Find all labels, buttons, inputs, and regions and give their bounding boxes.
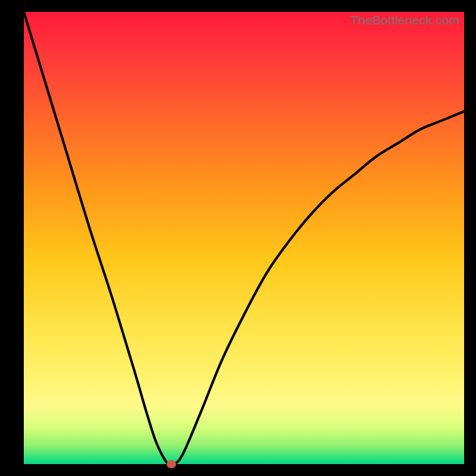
plot-area: TheBottleneck.com [24,12,464,464]
chart-frame: TheBottleneck.com [0,0,476,476]
curve-path [24,12,464,464]
minimum-marker [167,460,176,468]
bottleneck-curve [24,12,464,464]
